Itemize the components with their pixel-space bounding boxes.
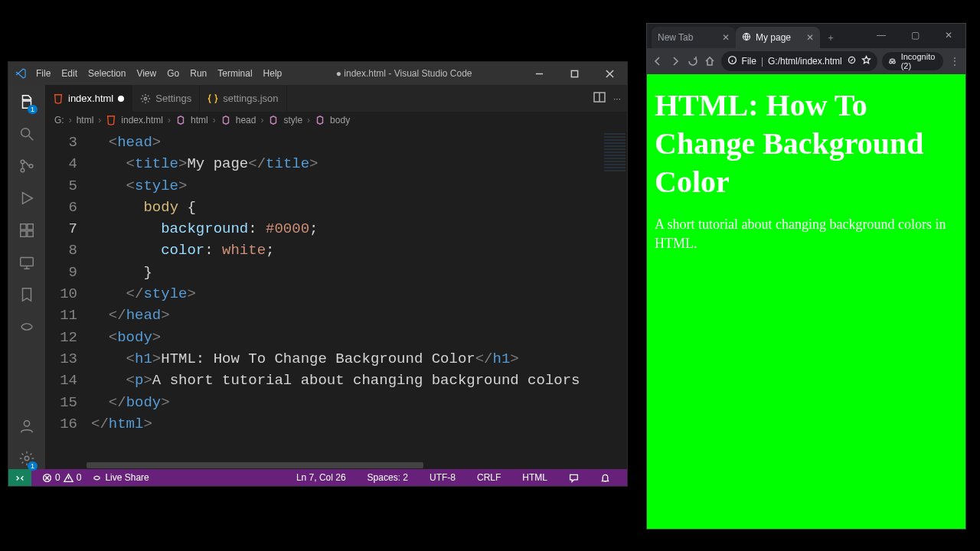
status-bar: 0 0 Live Share Ln 7, Col 26 Spaces: 2 UT… (8, 469, 627, 486)
maximize-button[interactable] (557, 62, 592, 85)
window-controls (521, 62, 627, 85)
maximize-button[interactable]: ▢ (901, 27, 929, 44)
home-button[interactable] (704, 51, 717, 71)
breadcrumb-item[interactable]: html (77, 115, 94, 126)
remote-explorer-icon[interactable] (16, 252, 38, 273)
svg-point-4 (29, 165, 33, 168)
vscode-titlebar[interactable]: File Edit Selection View Go Run Terminal… (8, 62, 627, 85)
menu-terminal[interactable]: Terminal (213, 65, 256, 82)
more-actions-icon[interactable]: ··· (613, 93, 621, 104)
menu-help[interactable]: Help (259, 65, 287, 82)
breadcrumbs[interactable]: G:› html› index.html› html› head› style›… (45, 112, 627, 129)
remote-indicator[interactable] (8, 469, 31, 486)
svg-point-10 (24, 421, 29, 426)
source-control-icon[interactable] (16, 155, 38, 177)
code-editor[interactable]: <head> <title>My page</title> <style> bo… (91, 129, 600, 461)
feedback-icon[interactable] (569, 472, 579, 483)
back-button[interactable] (652, 51, 665, 71)
account-icon[interactable] (16, 416, 38, 437)
live-share-icon[interactable] (16, 316, 38, 337)
bookmark-icon[interactable] (16, 284, 38, 305)
svg-rect-8 (28, 231, 33, 236)
cursor-position[interactable]: Ln 7, Col 26 (296, 472, 346, 483)
browser-viewport: HTML: How To Change Background Color A s… (647, 74, 965, 529)
browser-window: — ▢ ✕ New Tab ✕ My page ✕ ＋ File | G:/ht… (646, 23, 966, 530)
breadcrumb-item[interactable]: head (236, 115, 256, 126)
menu-view[interactable]: View (132, 65, 161, 82)
extensions-icon[interactable] (16, 220, 38, 241)
vscode-menu-bar: File Edit Selection View Go Run Terminal… (31, 65, 286, 82)
close-icon[interactable]: ✕ (722, 32, 730, 43)
problems-indicator[interactable]: 0 0 (42, 472, 81, 483)
bookmark-star-icon[interactable] (861, 55, 871, 67)
search-icon[interactable] (16, 123, 38, 145)
close-icon[interactable]: ✕ (806, 32, 814, 43)
symbol-icon (175, 115, 186, 126)
svg-point-11 (24, 456, 29, 461)
menu-selection[interactable]: Selection (83, 65, 130, 82)
share-icon[interactable] (847, 55, 857, 67)
forward-button[interactable] (669, 51, 682, 71)
explorer-icon[interactable]: 1 (16, 91, 38, 112)
notifications-icon[interactable] (600, 472, 610, 483)
vscode-window: File Edit Selection View Go Run Terminal… (8, 61, 628, 487)
menu-go[interactable]: Go (162, 65, 184, 82)
eol[interactable]: CRLF (477, 472, 501, 483)
minimap[interactable] (600, 129, 627, 461)
tab-settings[interactable]: Settings (132, 85, 200, 112)
close-button[interactable]: ✕ (935, 27, 962, 44)
address-bar[interactable]: File | G:/html/index.html (721, 51, 877, 71)
line-number-gutter[interactable]: 345678910111213141516 (45, 129, 91, 461)
activity-bar: 1 1 (8, 85, 45, 469)
json-file-icon (207, 93, 218, 104)
browser-tab-newtab[interactable]: New Tab ✕ (652, 27, 736, 48)
breadcrumb-item[interactable]: body (330, 115, 350, 126)
language-mode[interactable]: HTML (522, 472, 547, 483)
globe-icon (742, 32, 751, 44)
menu-edit[interactable]: Edit (57, 65, 82, 82)
tab-settings-json[interactable]: settings.json (200, 85, 286, 112)
minimize-button[interactable] (521, 62, 557, 85)
gear-icon (140, 93, 151, 104)
new-tab-button[interactable]: ＋ (820, 27, 841, 48)
menu-run[interactable]: Run (185, 65, 211, 82)
breadcrumb-item[interactable]: G: (54, 115, 64, 126)
settings-gear-icon[interactable]: 1 (16, 448, 38, 469)
breadcrumb-item[interactable]: index.html (121, 115, 163, 126)
svg-rect-0 (571, 70, 577, 77)
tab-label: settings.json (223, 93, 278, 104)
reload-button[interactable] (686, 51, 699, 71)
live-share-button[interactable]: Live Share (92, 472, 149, 483)
svg-rect-7 (21, 231, 26, 236)
split-editor-icon[interactable] (593, 91, 606, 106)
symbol-icon (315, 115, 325, 126)
breadcrumb-item[interactable]: style (283, 115, 302, 126)
browser-menu-icon[interactable]: ⋮ (948, 51, 961, 71)
svg-point-18 (889, 61, 891, 64)
tab-label: index.html (68, 93, 113, 104)
svg-point-1 (21, 129, 30, 137)
html-file-icon (106, 115, 116, 126)
editor-tabs: index.html Settings settings.json ··· (45, 85, 627, 112)
tab-label: Settings (155, 93, 191, 104)
menu-file[interactable]: File (31, 65, 55, 82)
tab-label: My page (756, 32, 791, 43)
indentation[interactable]: Spaces: 2 (368, 472, 408, 483)
horizontal-scrollbar[interactable] (45, 461, 627, 469)
tab-index-html[interactable]: index.html (45, 85, 132, 112)
symbol-icon (220, 115, 231, 126)
svg-rect-5 (21, 224, 26, 230)
minimize-button[interactable]: — (867, 27, 895, 44)
page-paragraph: A short tutorial about changing backgrou… (655, 215, 958, 253)
svg-point-12 (145, 97, 148, 100)
browser-tab-mypage[interactable]: My page ✕ (736, 27, 820, 48)
incognito-indicator[interactable]: Incognito (2) (882, 52, 944, 70)
breadcrumb-item[interactable]: html (191, 115, 208, 126)
svg-point-3 (21, 168, 24, 172)
close-button[interactable] (592, 62, 627, 85)
encoding[interactable]: UTF-8 (430, 472, 456, 483)
file-info-icon[interactable] (727, 55, 737, 67)
page-heading: HTML: How To Change Background Color (655, 86, 958, 201)
svg-rect-9 (21, 258, 34, 266)
run-debug-icon[interactable] (16, 187, 38, 209)
